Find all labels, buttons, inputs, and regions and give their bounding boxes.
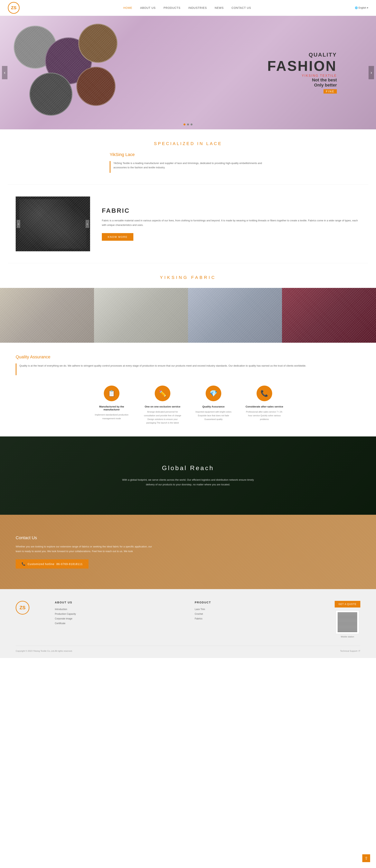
- exclusive-service-icon: ✏️: [155, 385, 170, 401]
- footer-logo-circle: ZS: [16, 601, 29, 615]
- footer-link-crochet[interactable]: Crochet: [195, 613, 319, 615]
- footer-link-production[interactable]: Production Capacity: [55, 613, 179, 615]
- contact-section: Contact Us Whether you are looking to ex…: [0, 515, 376, 589]
- hero-quality-text: QUALITY: [267, 52, 337, 58]
- fabric-next-button[interactable]: ›: [86, 220, 89, 228]
- main-nav: HOME ABOUT US PRODUCTS INDUSTRIES NEWS C…: [123, 6, 251, 9]
- quality-title-accent: Assurance: [30, 354, 50, 359]
- gallery-item-4: [282, 288, 376, 343]
- global-reach-description: With a global footprint, we serve client…: [119, 477, 257, 487]
- gallery-item-2: [94, 288, 188, 343]
- hero-circle-3: [78, 24, 117, 63]
- hotline-label: Customized hotline: [28, 562, 54, 566]
- hero-circle-5: [76, 67, 116, 106]
- footer-link-certificate[interactable]: Certificate: [55, 622, 179, 625]
- quality-card-1-desc: Implement standardized production manage…: [92, 413, 131, 420]
- footer-content: ZS ABOUT US Introduction Production Capa…: [16, 601, 360, 638]
- gallery-item-1: [0, 288, 94, 343]
- qr-code-pattern: [338, 612, 357, 632]
- quality-card-3-desc: Imported equipment with bright colors Ex…: [194, 410, 233, 421]
- hero-yiksing-label: YIKSING: [302, 74, 319, 77]
- orange-divider-bar: [110, 161, 111, 173]
- fabric-gallery: [0, 288, 376, 343]
- hero-textile-label: TEXTILE: [320, 74, 337, 77]
- yiksing-fabric-section: YIKSING FABRIC: [0, 263, 376, 343]
- footer-copyright: Copyright © 2023 Yiksing Textile Co.,Ltd…: [16, 650, 73, 652]
- fabric-image: ‹ ›: [16, 196, 90, 251]
- header: ZS HOME ABOUT US PRODUCTS INDUSTRIES NEW…: [0, 0, 376, 16]
- fabric-description: Fabric is a versatile material used in v…: [102, 218, 360, 227]
- hotline-button[interactable]: 📞 Customized hotline 86-0769-81818111: [16, 559, 88, 568]
- hotline-number: 86-0769-81818111: [56, 562, 83, 566]
- fabric-prev-button[interactable]: ‹: [17, 220, 20, 228]
- footer-bottom: Copyright © 2023 Yiksing Textile Co.,Ltd…: [16, 646, 360, 652]
- language-selector[interactable]: 🌐 English ▾: [355, 6, 368, 9]
- quality-cards: 📋 Manufactured by the manufacturer Imple…: [16, 385, 360, 425]
- hero-dot-1[interactable]: [183, 124, 185, 125]
- logo-circle: ZS: [8, 2, 20, 14]
- hero-banner: ‹ › QUALITY FASHION YIKSING TEXTILE Not …: [0, 16, 376, 129]
- footer-link-fabrics[interactable]: Fabrics: [195, 617, 319, 620]
- quality-section: Quality Assurance Quality is at the hear…: [0, 343, 376, 436]
- footer-logo-text: ZS: [20, 605, 26, 611]
- footer-product-col: PRODUCT Lace Trim Crochet Fabrics: [195, 601, 319, 638]
- nav-contact[interactable]: CONTACT US: [231, 6, 251, 9]
- flag-icon: 🌐: [355, 6, 358, 9]
- hero-only-better-text: Only better: [267, 83, 337, 88]
- quality-card-1: 📋 Manufactured by the manufacturer Imple…: [92, 385, 131, 425]
- logo: ZS: [8, 2, 20, 14]
- lang-label: English: [358, 6, 366, 9]
- hero-circle-4: [29, 72, 73, 116]
- quality-card-2-desc: Arrange dedicated personnel for consulta…: [143, 410, 182, 425]
- footer-about-col: ABOUT US Introduction Production Capacit…: [55, 601, 179, 638]
- yiksing-fabric-title: YIKSING FABRIC: [0, 275, 376, 280]
- quality-card-2-title: One on one exclusive service: [143, 405, 182, 408]
- floral-pattern: [19, 199, 86, 249]
- hero-circles: [10, 22, 127, 124]
- quality-card-3: 💎 Quality Assurance Imported equipment w…: [194, 385, 233, 425]
- hero-fashion-text: FASHION: [267, 58, 337, 74]
- gallery-inner-4: [282, 288, 376, 343]
- fabric-content: FABRIC Fabric is a versatile material us…: [102, 207, 360, 241]
- quality-assurance-icon: 💎: [206, 385, 221, 401]
- hero-next-button[interactable]: ›: [369, 66, 374, 79]
- specialized-section: SPECIALIZED IN LACE YikSing Lace YikSing…: [0, 129, 376, 185]
- footer-link-introduction[interactable]: Introduction: [55, 608, 179, 611]
- chevron-down-icon: ▾: [367, 6, 368, 9]
- gallery-item-3: [188, 288, 282, 343]
- global-reach-title: Global Reach: [162, 464, 214, 472]
- get-quote-button[interactable]: GET A QUOTE: [335, 601, 360, 608]
- nav-products[interactable]: PRODUCTS: [164, 6, 180, 9]
- global-reach-section: Global Reach With a global footprint, we…: [0, 436, 376, 515]
- nav-industries[interactable]: INDUSTRIES: [189, 6, 207, 9]
- specialized-label: SPECIALIZED IN LACE: [16, 141, 360, 146]
- after-sales-icon: 📞: [257, 385, 272, 401]
- nav-home[interactable]: HOME: [123, 6, 133, 9]
- yiksing-label: YikSing: [110, 152, 124, 157]
- mobile-station-label: Mobile station: [335, 636, 360, 638]
- footer-about-title: ABOUT US: [55, 601, 179, 604]
- hero-brand-text: YIKSING TEXTILE: [267, 74, 337, 78]
- know-more-button[interactable]: KNOW MORE: [102, 233, 133, 241]
- quality-header: Quality Assurance: [16, 354, 360, 360]
- specialized-description: YikSing Textile is a leading manufacture…: [113, 161, 266, 170]
- nav-news[interactable]: NEWS: [214, 6, 224, 9]
- quality-orange-bar: [16, 364, 17, 375]
- hero-dot-3[interactable]: [191, 124, 193, 125]
- contact-description: Whether you are looking to explore our e…: [16, 544, 153, 554]
- quality-card-3-title: Quality Assurance: [194, 405, 233, 408]
- phone-icon: 📞: [22, 562, 26, 566]
- logo-text: ZS: [11, 5, 17, 10]
- footer-link-lace-trim[interactable]: Lace Trim: [195, 608, 319, 611]
- footer-qr-section: GET A QUOTE Mobile station: [335, 601, 360, 638]
- quality-description: Quality is at the heart of everything we…: [19, 364, 306, 368]
- nav-about[interactable]: ABOUT US: [140, 6, 156, 9]
- quality-title-text: Quality: [16, 354, 29, 359]
- hero-dot-2[interactable]: [187, 124, 189, 125]
- footer-link-corporate[interactable]: Corporate image: [55, 617, 179, 620]
- hero-prev-button[interactable]: ‹: [2, 66, 7, 79]
- fabric-title: FABRIC: [102, 207, 360, 214]
- qr-code: [336, 611, 359, 634]
- hero-not-best-text: Not the best: [267, 78, 337, 83]
- hero-dots: [183, 124, 193, 125]
